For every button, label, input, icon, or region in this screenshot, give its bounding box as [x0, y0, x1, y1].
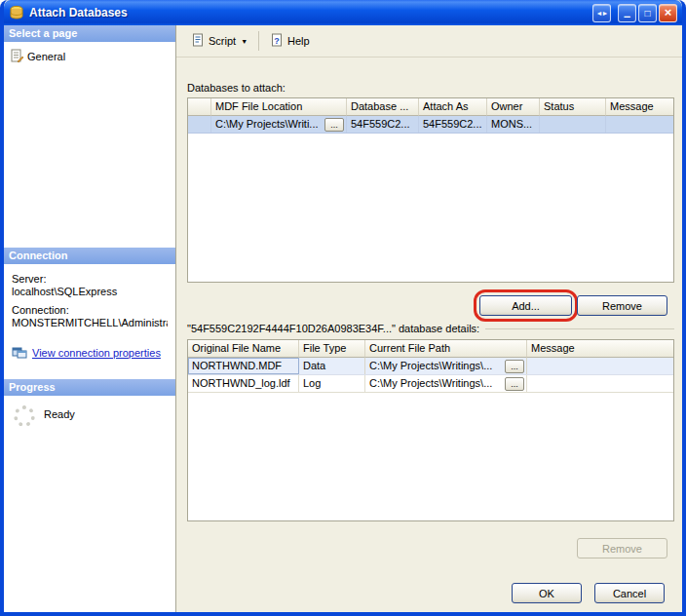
details-divider — [485, 328, 674, 329]
browse-path-button[interactable]: ... — [505, 377, 524, 391]
cell-mdf-file-location[interactable]: C:\My Projects\Writi... ... — [211, 116, 347, 133]
attach-databases-dialog: Attach Databases ◄► ▁ □ × Select a page — [0, 0, 686, 616]
titlebar[interactable]: Attach Databases ◄► ▁ □ × — [4, 0, 682, 25]
window-title: Attach Databases — [29, 6, 592, 19]
maximize-button[interactable]: □ — [638, 4, 657, 22]
main-panel: Script ▼ ? Help Databases to attach: — [176, 25, 682, 612]
cell-message[interactable] — [527, 358, 673, 374]
remove-button[interactable]: Remove — [577, 295, 667, 316]
cell-original-file-name[interactable]: NORTHWND.MDF — [188, 358, 299, 374]
attach-grid-header: MDF File Location Database ... Attach As… — [188, 98, 673, 116]
browse-path-button[interactable]: ... — [505, 360, 524, 373]
cell-file-type[interactable]: Log — [299, 375, 365, 392]
connection-properties-icon — [12, 345, 27, 362]
view-connection-properties-link[interactable]: View connection properties — [32, 347, 161, 360]
table-row[interactable]: NORTHWND_log.ldf Log C:\My Projects\Writ… — [188, 375, 673, 393]
cancel-button[interactable]: Cancel — [594, 583, 665, 603]
cell-attach-as[interactable]: 54F559C2... — [419, 116, 487, 133]
database-details-grid[interactable]: Original File Name File Type Current Fil… — [187, 339, 674, 521]
cell-message[interactable] — [527, 375, 673, 392]
connection-header: Connection — [4, 248, 175, 264]
cell-original-file-name[interactable]: NORTHWND_log.ldf — [188, 375, 299, 392]
table-row[interactable]: NORTHWND.MDF Data C:\My Projects\Writing… — [188, 358, 673, 375]
select-a-page-header: Select a page — [4, 25, 175, 42]
database-icon — [9, 5, 24, 20]
sidebar-item-label: General — [27, 51, 65, 62]
column-header-database: Database ... — [347, 98, 419, 116]
script-button[interactable]: Script ▼ — [185, 29, 253, 53]
script-icon — [191, 33, 205, 49]
server-label: Server: — [12, 273, 168, 286]
column-header-mdf-file-location: MDF File Location — [211, 98, 347, 116]
cell-file-type[interactable]: Data — [299, 358, 365, 374]
connection-label: Connection: — [12, 304, 168, 317]
cell-database[interactable]: 54F559C2... — [347, 116, 419, 133]
progress-header: Progress — [4, 379, 175, 396]
cell-current-file-path[interactable]: C:\My Projects\Writings\... ... — [365, 375, 527, 392]
column-header-status: Status — [540, 98, 606, 116]
toolbar: Script ▼ ? Help — [176, 25, 682, 58]
table-row[interactable]: C:\My Projects\Writi... ... 54F559C2... … — [188, 116, 673, 134]
server-value: localhost\SQLExpress — [12, 286, 168, 298]
progress-status: Ready — [44, 408, 75, 420]
script-button-label: Script — [209, 35, 236, 47]
details-label-row: "54F559C2192F4444F10D26A0983E34F..." dat… — [187, 323, 674, 334]
progress-panel: Ready — [4, 396, 175, 613]
connection-panel: Server: localhost\SQLExpress Connection:… — [4, 264, 175, 379]
column-header-file-type: File Type — [299, 340, 365, 358]
ok-button[interactable]: OK — [512, 583, 582, 603]
svg-text:?: ? — [274, 36, 280, 46]
row-selector-cell[interactable] — [188, 116, 211, 133]
cell-message[interactable] — [606, 116, 673, 133]
sidebar: Select a page General — [4, 25, 176, 612]
progress-spinner-icon — [14, 405, 35, 427]
column-header-attach-as: Attach As — [419, 98, 487, 116]
column-header-original-file-name: Original File Name — [188, 340, 299, 358]
column-header-message: Message — [527, 340, 673, 358]
dock-window-button[interactable]: ◄► — [592, 4, 611, 22]
minimize-button[interactable]: ▁ — [618, 4, 636, 22]
databases-to-attach-grid[interactable]: MDF File Location Database ... Attach As… — [187, 97, 674, 283]
column-header-owner: Owner — [487, 98, 540, 116]
pages-panel: General — [4, 42, 175, 248]
database-details-label: "54F559C2192F4444F10D26A0983E34F..." dat… — [187, 323, 479, 334]
general-page-icon — [10, 49, 23, 64]
toolbar-separator — [258, 31, 259, 51]
cell-status[interactable] — [540, 116, 606, 133]
help-button[interactable]: ? Help — [264, 29, 316, 53]
column-header-current-file-path: Current File Path — [365, 340, 527, 358]
chevron-down-icon: ▼ — [241, 38, 248, 45]
help-icon: ? — [270, 33, 284, 49]
details-grid-header: Original File Name File Type Current Fil… — [188, 340, 673, 358]
cell-current-file-path[interactable]: C:\My Projects\Writings\... ... — [365, 358, 527, 374]
column-header-selector — [188, 98, 211, 116]
details-remove-button[interactable]: Remove — [577, 538, 667, 558]
browse-mdf-button[interactable]: ... — [324, 118, 344, 132]
close-button[interactable]: × — [659, 4, 677, 22]
column-header-message: Message — [606, 98, 673, 116]
sidebar-item-general[interactable]: General — [7, 47, 172, 66]
view-connection-properties[interactable]: View connection properties — [12, 345, 168, 362]
help-button-label: Help — [287, 35, 310, 47]
annotation-highlight-ring: Add... — [474, 289, 578, 322]
databases-to-attach-label: Databases to attach: — [187, 82, 286, 94]
add-button[interactable]: Add... — [479, 295, 572, 316]
cell-owner[interactable]: MONS... — [487, 116, 540, 133]
connection-value: MONSTERMITCHELL\Administra — [12, 317, 168, 329]
